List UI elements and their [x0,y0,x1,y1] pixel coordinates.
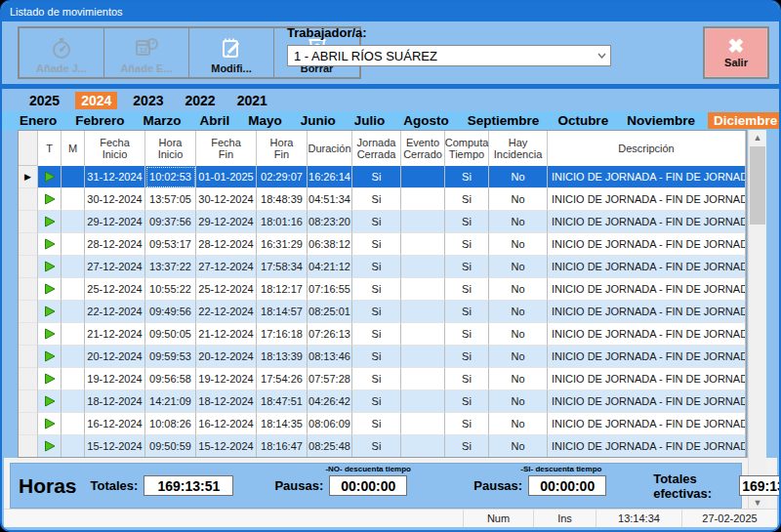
hora-fin-cell: 18:16:47 [257,435,308,458]
table-row[interactable]: 21-12-202409:50:0521-12-202417:16:1807:2… [19,323,746,346]
month-tab-marzo[interactable]: Marzo [138,112,187,129]
duracion-cell: 08:13:46 [308,346,352,368]
computa-tiempo-cell: Si [445,323,489,346]
descripcion-cell: INICIO DE JORNADA - FIN DE JORNADA [548,301,746,323]
month-tab-enero[interactable]: Enero [14,112,62,129]
table-row[interactable]: ▶31-12-202410:02:5301-01-202502:29:0716:… [19,166,746,188]
year-tab-2025[interactable]: 2025 [23,92,65,109]
header-cell-duración: Duración [308,131,352,166]
hora-inicio-cell: 13:37:22 [145,256,196,278]
fecha-fin-cell: 27-12-2024 [196,256,257,278]
year-tab-2023[interactable]: 2023 [127,92,169,109]
m-cell [62,368,85,390]
fecha-fin-cell: 25-12-2024 [196,278,257,301]
month-tab-noviembre[interactable]: Noviembre [621,112,701,129]
computa-tiempo-cell: Si [445,346,489,368]
table-row[interactable]: 30-12-202413:57:0530-12-202418:48:3904:5… [19,188,746,211]
row-marker [19,346,38,368]
totals-value-box: 169:13:51 [144,475,233,496]
evento-cerrado-cell [401,211,445,233]
jornada-cerrada-cell: Si [352,278,401,301]
m-cell [62,390,85,413]
descripcion-cell: INICIO DE JORNADA - FIN DE JORNADA [548,368,746,390]
table-row[interactable]: 25-12-202410:55:2225-12-202418:12:1707:1… [19,278,746,301]
month-tab-mayo[interactable]: Mayo [242,112,288,129]
table-row[interactable]: 15-12-202409:50:5915-12-202418:16:4708:2… [19,435,746,458]
table-row[interactable]: 22-12-202409:49:5622-12-202418:14:5708:2… [19,301,746,323]
table-row[interactable]: 20-12-202409:59:5320-12-202418:13:3908:1… [19,346,746,368]
hora-fin-cell: 17:16:18 [257,323,308,346]
vertical-scrollbar[interactable]: ▲ ▼ [748,130,766,511]
table-row[interactable]: 27-12-202413:37:2227-12-202417:58:3404:2… [19,256,746,278]
month-tab-diciembre[interactable]: Diciembre [708,112,781,129]
m-cell [62,233,85,256]
add-evento-button: 12 Añade E... [104,28,189,77]
play-icon [38,188,62,211]
hay-incidencia-cell: No [489,368,548,390]
jornada-cerrada-cell: Si [352,368,401,390]
header-cell-marker [19,131,38,166]
app-window: Listado de movimientos Añade J... 12 Aña… [0,0,781,532]
evento-cerrado-cell [401,301,445,323]
descripcion-cell: INICIO DE JORNADA - FIN DE JORNADA [548,211,746,233]
table-row[interactable]: 28-12-202409:53:1728-12-202416:31:2906:3… [19,233,746,256]
m-cell [62,413,85,435]
fecha-inicio-cell: 18-12-2024 [85,390,145,413]
movements-table: TMFechaInicioHoraInicioFechaFinHoraFinDu… [18,130,747,458]
row-marker [19,278,38,301]
modify-button[interactable]: Modifi... [189,28,274,77]
hay-incidencia-cell: No [489,390,548,413]
fecha-fin-cell: 21-12-2024 [196,323,257,346]
month-tab-febrero[interactable]: Febrero [69,112,130,129]
fecha-fin-cell: 20-12-2024 [196,346,257,368]
jornada-cerrada-cell: Si [352,346,401,368]
month-tab-octubre[interactable]: Octubre [552,112,614,129]
table-row[interactable]: 19-12-202409:56:5819-12-202417:54:2607:5… [19,368,746,390]
evento-cerrado-cell [401,413,445,435]
effective-totals-value-box: 169:13:51 [739,475,781,496]
scrollbar-thumb[interactable] [750,146,765,225]
row-marker [19,301,38,323]
month-tab-junio[interactable]: Junio [295,112,342,129]
status-bar: Num Ins 13:14:34 27-02-2025 [4,509,777,527]
table-row[interactable]: 18-12-202414:21:0918-12-202418:47:5104:2… [19,390,746,413]
fecha-fin-cell: 16-12-2024 [196,413,257,435]
year-tab-2024[interactable]: 2024 [75,92,117,109]
header-cell-hay-incidencia: HayIncidencia [489,131,548,166]
add-evento-label: Añade E... [120,62,172,74]
status-time: 13:14:34 [596,510,681,527]
hay-incidencia-cell: No [489,301,548,323]
month-tabs: EneroFebreroMarzoAbrilMayoJunioJulioAgos… [2,111,779,131]
hay-incidencia-cell: No [489,211,548,233]
fecha-inicio-cell: 31-12-2024 [85,166,145,188]
evento-cerrado-cell [401,188,445,211]
duracion-cell: 07:26:13 [308,323,352,346]
chevron-down-icon [597,53,606,59]
hay-incidencia-cell: No [489,233,548,256]
computa-tiempo-cell: Si [445,166,489,188]
exit-button[interactable]: ✖ Salir [705,28,767,77]
row-marker [19,435,38,458]
hay-incidencia-cell: No [489,256,548,278]
table-row[interactable]: 16-12-202410:08:2616-12-202418:14:3508:0… [19,413,746,435]
year-tab-2022[interactable]: 2022 [179,92,221,109]
month-tab-agosto[interactable]: Agosto [397,112,455,129]
year-tab-2021[interactable]: 2021 [231,92,273,109]
month-tab-septiembre[interactable]: Septiembre [462,112,546,129]
evento-cerrado-cell [401,346,445,368]
month-tab-abril[interactable]: Abril [194,112,236,129]
table-row[interactable]: 29-12-202409:37:5629-12-202418:01:1608:2… [19,211,746,233]
jornada-cerrada-cell: Si [352,233,401,256]
play-icon [38,413,62,435]
month-tab-julio[interactable]: Julio [349,112,391,129]
scroll-up-arrow-icon[interactable]: ▲ [749,130,766,145]
fecha-inicio-cell: 21-12-2024 [85,323,145,346]
hora-inicio-cell: 09:56:58 [145,368,196,390]
toolbar: Añade J... 12 Añade E... Modifi... Borra… [2,21,779,84]
modify-label: Modifi... [211,62,252,74]
totals-group: Totales: 169:13:51 [91,475,234,496]
worker-combobox[interactable]: 1 - ABRIL RÍOS SUÁREZ [287,45,611,66]
jornada-cerrada-cell: Si [352,188,401,211]
hora-inicio-cell: 09:59:53 [145,346,196,368]
m-cell [62,188,85,211]
